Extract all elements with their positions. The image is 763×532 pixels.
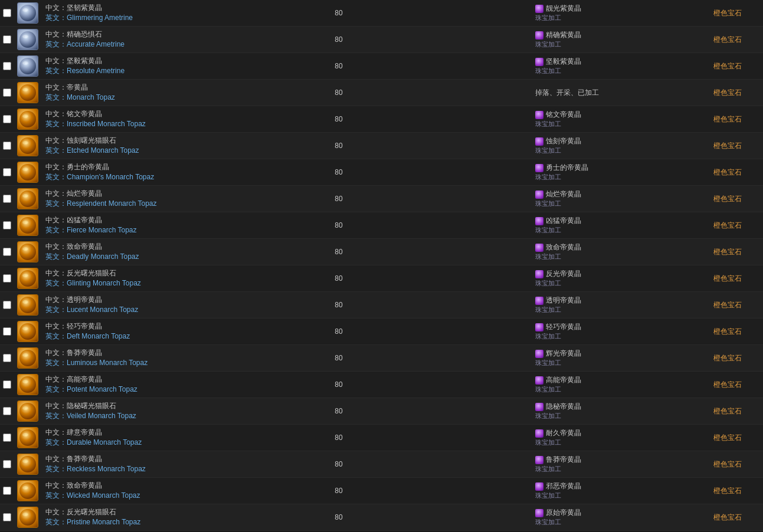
gem-icon: [17, 321, 38, 342]
item-category: 橙色宝石: [678, 353, 749, 363]
table-row: 中文：透明帝黄晶英文：Lucent Monarch Topaz80透明帝黄晶珠宝…: [0, 292, 763, 318]
svg-point-37: [22, 486, 28, 490]
item-name: 中文：高能帝黄晶英文：Potent Monarch Topaz: [41, 372, 318, 397]
source-gem-icon: [535, 429, 543, 438]
row-checkbox[interactable]: [3, 327, 11, 336]
name-zh: 中文：反光曙光猫眼石: [45, 268, 313, 278]
row-checkbox[interactable]: [3, 274, 11, 283]
svg-point-2: [19, 31, 36, 48]
name-en: 英文：Potent Monarch Topaz: [45, 385, 313, 395]
gem-icon: [17, 162, 38, 183]
source-sub: 珠宝加工: [535, 465, 673, 474]
row-checkbox[interactable]: [3, 35, 11, 44]
row-checkbox[interactable]: [3, 142, 11, 150]
gem-icon: [17, 294, 38, 316]
source-sub: 珠宝加工: [535, 173, 673, 182]
item-source: 原始帝黄晶珠宝加工: [531, 505, 678, 529]
gem-icon: [17, 241, 38, 262]
name-en: 英文：Accurate Ametrine: [45, 40, 313, 50]
svg-point-34: [19, 456, 36, 472]
source-name: 鲁莽帝黄晶: [535, 455, 673, 465]
item-category: 橙色宝石: [678, 433, 749, 443]
source-gem-icon: [535, 5, 543, 13]
item-category: 橙色宝石: [678, 513, 749, 523]
row-checkbox[interactable]: [3, 407, 11, 415]
row-checkbox[interactable]: [3, 248, 11, 256]
row-checkbox[interactable]: [3, 354, 11, 362]
source-sub: 珠宝加工: [535, 518, 673, 527]
name-zh: 中文：隐秘曙光猫眼石: [45, 401, 313, 411]
row-checkbox[interactable]: [3, 434, 11, 442]
name-en: 英文：Inscribed Monarch Topaz: [45, 119, 313, 129]
row-checkbox[interactable]: [3, 513, 11, 521]
svg-point-21: [22, 274, 28, 277]
row-checkbox[interactable]: [3, 487, 11, 495]
name-en: 英文：Wicked Monarch Topaz: [45, 491, 313, 501]
name-zh: 中文：坚韧紫黄晶: [45, 3, 313, 13]
row-checkbox[interactable]: [3, 301, 11, 309]
item-name: 中文：鲁莽帝黄晶英文：Reckless Monarch Topaz: [41, 452, 318, 477]
source-gem-icon: [535, 376, 543, 385]
source-gem-icon: [535, 482, 543, 491]
source-name: 凶猛帝黄晶: [535, 216, 673, 226]
gem-icon: [17, 55, 38, 77]
table-row: 中文：隐秘曙光猫眼石英文：Veiled Monarch Topaz80隐秘帝黄晶…: [0, 398, 763, 425]
item-level: 80: [318, 487, 359, 495]
gem-icon: [17, 215, 38, 236]
svg-point-27: [22, 353, 28, 357]
name-en: 英文：Pristine Monarch Topaz: [45, 517, 313, 527]
row-checkbox[interactable]: [3, 460, 11, 468]
svg-point-6: [19, 84, 36, 101]
row-checkbox[interactable]: [3, 115, 11, 123]
row-checkbox[interactable]: [3, 168, 11, 176]
item-source: 辉光帝黄晶珠宝加工: [531, 346, 678, 370]
item-level: 80: [318, 301, 359, 309]
row-checkbox[interactable]: [3, 62, 11, 70]
item-name: 中文：灿烂帝黄晶英文：Resplendent Monarch Topaz: [41, 186, 318, 211]
svg-point-19: [22, 247, 28, 251]
source-gem-icon: [535, 191, 543, 199]
gem-icon: [17, 2, 38, 24]
table-row: 中文：勇士的帝黄晶英文：Champion's Monarch Topaz80勇士…: [0, 159, 763, 186]
item-table: 中文：坚韧紫黄晶英文：Glimmering Ametrine80靓光紫黄晶珠宝加…: [0, 0, 763, 531]
source-sub: 珠宝加工: [535, 332, 673, 341]
row-checkbox[interactable]: [3, 195, 11, 203]
item-source: 勇士的帝黄晶珠宝加工: [531, 160, 678, 184]
table-row: 中文：鲁莽帝黄晶英文：Luminous Monarch Topaz80辉光帝黄晶…: [0, 345, 763, 372]
item-level: 80: [318, 115, 359, 123]
table-row: 中文：反光曙光猫眼石英文：Pristine Monarch Topaz80原始帝…: [0, 504, 763, 531]
row-checkbox[interactable]: [3, 221, 11, 229]
item-level: 80: [318, 168, 359, 176]
svg-point-3: [22, 35, 28, 38]
name-zh: 中文：轻巧帝黄晶: [45, 321, 313, 331]
svg-point-9: [22, 114, 28, 118]
item-category: 橙色宝石: [678, 274, 749, 284]
svg-point-30: [19, 403, 36, 419]
item-level: 80: [318, 407, 359, 415]
item-level: 80: [318, 434, 359, 442]
source-sub: 珠宝加工: [535, 199, 673, 208]
gem-icon: [17, 188, 38, 209]
row-checkbox[interactable]: [3, 380, 11, 389]
svg-point-10: [19, 137, 36, 154]
item-level: 80: [318, 460, 359, 468]
name-zh: 中文：蚀刻曙光猫眼石: [45, 136, 313, 146]
name-en: 英文：Luminous Monarch Topaz: [45, 358, 313, 368]
svg-point-18: [19, 244, 36, 260]
table-row: 中文：肆意帝黄晶英文：Durable Monarch Topaz80耐久帝黄晶珠…: [0, 425, 763, 451]
row-checkbox[interactable]: [3, 9, 11, 17]
row-checkbox[interactable]: [3, 88, 11, 97]
name-en: 英文：Etched Monarch Topaz: [45, 146, 313, 156]
item-source: 反光帝黄晶珠宝加工: [531, 267, 678, 290]
name-en: 英文：Champion's Monarch Topaz: [45, 172, 313, 182]
svg-point-15: [22, 194, 28, 198]
table-row: 中文：凶猛帝黄晶英文：Fierce Monarch Topaz80凶猛帝黄晶珠宝…: [0, 212, 763, 239]
source-name: 轻巧帝黄晶: [535, 322, 673, 332]
name-en: 英文：Resplendent Monarch Topaz: [45, 199, 313, 209]
source-sub: 珠宝加工: [535, 120, 673, 129]
source-name: 透明帝黄晶: [535, 295, 673, 306]
svg-point-1: [22, 8, 28, 12]
source-name: 隐秘帝黄晶: [535, 402, 673, 412]
source-name: 反光帝黄晶: [535, 269, 673, 279]
item-name: 中文：铭文帝黄晶英文：Inscribed Monarch Topaz: [41, 107, 318, 132]
